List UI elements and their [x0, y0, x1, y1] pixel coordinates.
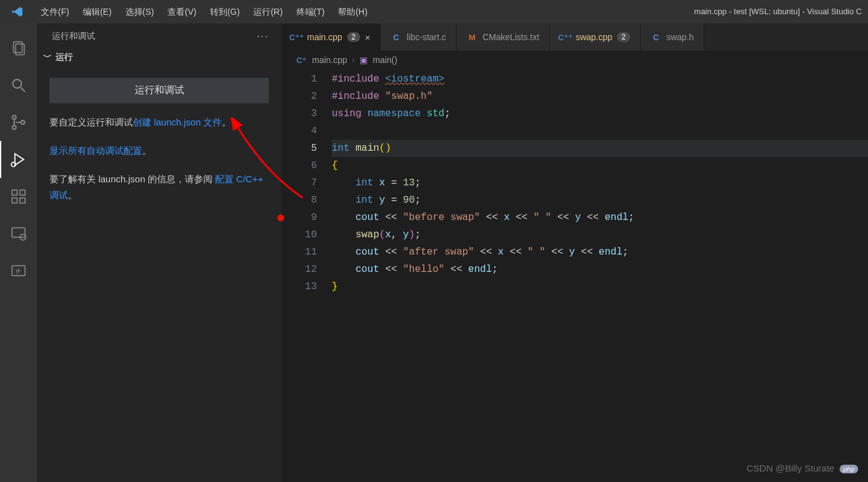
- editor-tab[interactable]: C⁺⁺swap.cpp2: [550, 23, 641, 51]
- output-icon[interactable]: !: [0, 252, 37, 289]
- dirty-count-badge: 2: [617, 32, 630, 42]
- sidebar-run-debug: 运行和调试 ··· ﹀ 运行 运行和调试 要自定义运行和调试创建 launch.…: [37, 23, 281, 482]
- code-line[interactable]: int main(): [332, 140, 868, 157]
- code-line[interactable]: cout << "before swap" << x << " " << y <…: [332, 209, 868, 226]
- p3-suffix: 。: [68, 190, 77, 200]
- extensions-icon[interactable]: [0, 178, 37, 215]
- code-line[interactable]: swap(x, y);: [332, 226, 868, 243]
- line-number[interactable]: 6: [281, 157, 317, 174]
- line-number[interactable]: 9: [281, 209, 317, 226]
- svg-rect-10: [12, 198, 17, 203]
- line-number[interactable]: 12: [281, 261, 317, 278]
- code-line[interactable]: }: [332, 278, 868, 295]
- breadcrumb-file[interactable]: main.cpp: [312, 55, 347, 65]
- menu-item[interactable]: 选择(S): [119, 0, 161, 23]
- svg-marker-7: [15, 154, 23, 166]
- code-lines[interactable]: #include <iostream>#include "swap.h"usin…: [332, 70, 868, 482]
- line-number[interactable]: 8: [281, 192, 317, 209]
- sidebar-section-run[interactable]: ﹀ 运行: [37, 48, 281, 67]
- sidebar-header: 运行和调试 ···: [37, 23, 281, 48]
- tab-label: CMakeLists.txt: [482, 32, 539, 42]
- editor-tabs: C⁺⁺main.cpp2×Clibc-start.cMCMakeLists.tx…: [281, 23, 868, 51]
- more-icon[interactable]: ···: [257, 31, 269, 42]
- line-number[interactable]: 1: [281, 70, 317, 88]
- code-line[interactable]: int x = 13;: [332, 174, 868, 192]
- chevron-down-icon: ﹀: [43, 52, 52, 63]
- menu-bar: 文件(F)编辑(E)选择(S)查看(V)转到(G)运行(R)终端(T)帮助(H): [34, 0, 374, 23]
- breadcrumb-symbol[interactable]: main(): [373, 55, 397, 65]
- menu-item[interactable]: 查看(V): [161, 0, 203, 23]
- chevron-right-icon: ›: [352, 55, 355, 65]
- breadcrumb[interactable]: C⁺ main.cpp › ▣ main(): [281, 51, 868, 69]
- line-number[interactable]: 2: [281, 88, 317, 105]
- menu-item[interactable]: 编辑(E): [76, 0, 119, 23]
- line-number[interactable]: 13: [281, 278, 317, 295]
- p1-prefix: 要自定义运行和调试: [49, 117, 133, 127]
- p3-prefix: 要了解有关 launch.json 的信息，请参阅: [49, 174, 215, 184]
- svg-rect-11: [20, 198, 25, 203]
- watermark-text: CSDN @Billy Sturate: [747, 463, 835, 473]
- file-type-icon: C⁺⁺: [560, 32, 571, 43]
- run-debug-button[interactable]: 运行和调试: [49, 78, 269, 103]
- svg-point-5: [12, 125, 16, 129]
- svg-point-6: [21, 120, 25, 124]
- p1-suffix: 。: [222, 117, 231, 127]
- run-debug-icon[interactable]: [0, 141, 37, 178]
- code-line[interactable]: cout << "after swap" << x << " " << y <<…: [332, 243, 868, 261]
- line-number[interactable]: 5: [281, 140, 317, 157]
- vscode-logo-icon: [0, 6, 34, 18]
- window-title: main.cpp - test [WSL: ubuntu] - Visual S…: [694, 0, 868, 23]
- svg-point-2: [13, 80, 22, 88]
- line-number[interactable]: 4: [281, 122, 317, 140]
- svg-rect-13: [12, 228, 25, 237]
- editor-area: C⁺⁺main.cpp2×Clibc-start.cMCMakeLists.tx…: [281, 23, 868, 482]
- line-number[interactable]: 10: [281, 226, 317, 243]
- show-auto-debug-configs-link[interactable]: 显示所有自动调试配置: [49, 145, 142, 156]
- cpp-file-icon: C⁺: [296, 54, 307, 66]
- menu-item[interactable]: 运行(R): [246, 0, 289, 23]
- svg-line-3: [21, 88, 25, 92]
- menu-item[interactable]: 文件(F): [34, 0, 76, 23]
- title-bar: 文件(F)编辑(E)选择(S)查看(V)转到(G)运行(R)终端(T)帮助(H)…: [0, 0, 868, 23]
- code-line[interactable]: using namespace std;: [332, 105, 868, 122]
- editor-tab[interactable]: Clibc-start.c: [381, 23, 457, 51]
- menu-item[interactable]: 终端(T): [290, 0, 332, 23]
- source-control-icon[interactable]: [0, 104, 37, 141]
- svg-rect-12: [20, 190, 25, 195]
- remote-icon[interactable]: [0, 215, 37, 252]
- tab-label: libc-start.c: [407, 32, 446, 42]
- code-editor[interactable]: 12345678910111213 #include <iostream>#in…: [281, 69, 868, 482]
- menu-item[interactable]: 转到(G): [203, 0, 246, 23]
- line-number[interactable]: 3: [281, 105, 317, 122]
- launch-json-info-text: 要了解有关 launch.json 的信息，请参阅 配置 C/C++ 调试。: [49, 171, 269, 203]
- close-icon[interactable]: ×: [365, 32, 371, 43]
- code-line[interactable]: int y = 90;: [332, 192, 868, 209]
- line-number-gutter: 12345678910111213: [281, 70, 332, 482]
- php-badge: php: [840, 465, 858, 473]
- code-line[interactable]: #include "swap.h": [332, 88, 868, 105]
- code-line[interactable]: {: [332, 157, 868, 174]
- editor-tab[interactable]: Cswap.h: [641, 23, 704, 51]
- code-line[interactable]: cout << "hello" << endl;: [332, 261, 868, 278]
- file-type-icon: C: [390, 32, 402, 43]
- dirty-count-badge: 2: [347, 32, 360, 42]
- create-launch-json-link[interactable]: 创建 launch.json 文件: [133, 117, 222, 127]
- menu-item[interactable]: 帮助(H): [331, 0, 374, 23]
- watermark: CSDN @Billy Sturate php: [747, 463, 858, 473]
- cube-icon: ▣: [360, 55, 368, 65]
- tab-label: swap.cpp: [576, 32, 612, 42]
- section-title-text: 运行: [56, 52, 73, 63]
- explorer-icon[interactable]: [0, 30, 37, 67]
- editor-tab[interactable]: C⁺⁺main.cpp2×: [281, 23, 381, 51]
- activity-bar: !: [0, 23, 37, 482]
- editor-tab[interactable]: MCMakeLists.txt: [457, 23, 550, 51]
- code-line[interactable]: [332, 122, 868, 140]
- line-number[interactable]: 11: [281, 243, 317, 261]
- tab-label: swap.h: [667, 32, 694, 42]
- p2-suffix: 。: [142, 145, 151, 156]
- file-type-icon: C: [651, 32, 662, 43]
- line-number[interactable]: 7: [281, 174, 317, 192]
- sidebar-title: 运行和调试: [52, 31, 95, 42]
- search-icon[interactable]: [0, 67, 37, 104]
- code-line[interactable]: #include <iostream>: [332, 70, 868, 88]
